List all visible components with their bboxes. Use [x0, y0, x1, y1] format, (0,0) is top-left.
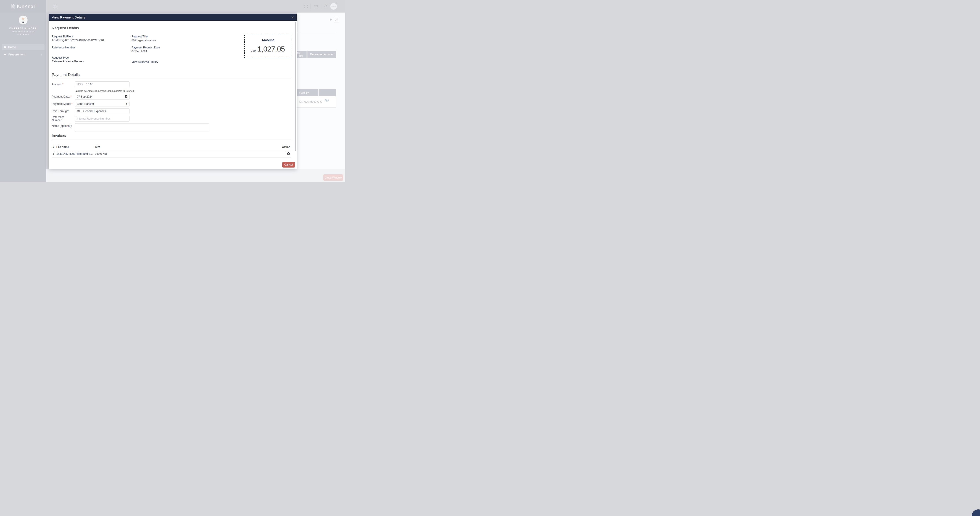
column-size: Size: [94, 144, 278, 150]
brand: lUnKnoT: [0, 0, 46, 13]
paid-through-input[interactable]: [77, 110, 127, 113]
request-type-label: Request Type: [52, 56, 132, 60]
payment-mode-select[interactable]: Bank Transfer ▼: [75, 101, 129, 107]
reference-number-value: [52, 49, 132, 52]
sidebar-item-procurement[interactable]: ❖ Procurement ›: [2, 52, 45, 57]
amount-input[interactable]: [86, 83, 127, 86]
calendar-icon[interactable]: [125, 95, 127, 98]
required-asterisk: *: [72, 102, 73, 105]
column-action: Action: [278, 144, 291, 150]
required-asterisk: *: [70, 95, 72, 98]
avatar-placeholder-text: 100 × 100: [331, 6, 337, 7]
close-icon[interactable]: ✕: [291, 16, 294, 19]
payment-date-field-label: Pyament Date:*: [52, 95, 75, 98]
required-asterisk: *: [62, 83, 64, 86]
invoice-file-link[interactable]: 1ac81487-c008-4bfe-b97f-a...: [56, 152, 93, 156]
cancel-button[interactable]: Cancel: [282, 162, 295, 168]
play-icon[interactable]: [330, 18, 332, 21]
bg-column-grand-total: nd Total: [297, 51, 307, 58]
background-footer-area: [46, 169, 345, 182]
hamburger-menu-icon[interactable]: [53, 5, 57, 8]
modal-header: View Payment Details ✕: [49, 14, 297, 21]
user-profile: DHEERAJ KUNDER PURCHASE MANAGER PURCHASE: [0, 16, 46, 35]
divider: [52, 140, 291, 140]
sidebar-item-label: Procurement: [8, 53, 25, 56]
background-gutter: [46, 13, 49, 169]
modal-body: Request Details Request TitlFile # ASM/R…: [49, 21, 297, 160]
status-dot: [336, 2, 337, 4]
background-toolbar: [330, 17, 339, 22]
modal-footer: Cancel: [49, 160, 297, 169]
modal-title: View Payment Details: [52, 16, 85, 19]
chart-button[interactable]: [334, 17, 339, 22]
user-department: PURCHASE: [0, 33, 46, 35]
payment-request-date-value: 07 Sep 2024: [132, 49, 244, 53]
brand-name: lUnKnoT: [17, 4, 37, 9]
payment-mode-field-label: Payment Mode:*: [52, 102, 75, 105]
avatar-illustration: [21, 17, 25, 23]
view-eye-icon[interactable]: [325, 98, 329, 103]
fullscreen-icon[interactable]: [304, 5, 308, 8]
trend-line-icon: [335, 18, 338, 21]
request-file-value: ASM/REQ/0018-2024/PUR-001/PYMT-001: [52, 38, 132, 42]
amount-field-label: Amount:*: [52, 83, 75, 86]
invoices-heading: Invoices: [52, 133, 291, 138]
sidebar: lUnKnoT DHEERAJ KUNDER PURCHASE MANAGER …: [0, 0, 46, 182]
dropdown-caret-icon: ▼: [126, 103, 127, 105]
column-file-name: File Name: [56, 144, 94, 150]
payment-details-form: Amount:* USD Splitting payments is curre…: [52, 81, 291, 132]
request-details-grid: Request TitlFile # ASM/REQ/0018-2024/PUR…: [52, 35, 291, 67]
divider: [321, 3, 321, 9]
request-details-heading: Request Details: [52, 26, 291, 30]
invoice-index: 1: [52, 150, 56, 158]
invoice-row: 1 1ac81487-c008-4bfe-b97f-a... 140.6 KiB: [52, 150, 291, 158]
bg-table-row: Mr. Roshdeep C K: [297, 96, 336, 108]
download-button[interactable]: [286, 152, 290, 156]
reference-number-input[interactable]: [77, 117, 127, 120]
currency-prefix: USD: [77, 83, 83, 86]
view-approval-history-link[interactable]: View Approval History: [132, 60, 158, 64]
amount-currency: USD: [251, 49, 256, 52]
paid-by-value: Mr. Roshdeep C K: [297, 100, 322, 103]
avatar: [19, 16, 27, 24]
payment-date-input-wrapper: [75, 94, 129, 100]
sidebar-item-home[interactable]: Home: [2, 44, 45, 50]
language-selector[interactable]: EN: [313, 5, 318, 8]
chevron-right-icon: ›: [41, 53, 42, 56]
payment-request-date-label: Payment Request Date: [132, 46, 244, 49]
modal-scrollbar-thumb[interactable]: [295, 22, 296, 151]
amount-summary-box: Amount USD 1,027.05: [244, 35, 291, 58]
view-payment-details-modal: View Payment Details ✕ Request Details R…: [49, 14, 297, 169]
ship-logo-icon: [10, 3, 16, 9]
payment-date-input[interactable]: [77, 95, 127, 98]
bg-column-paid-by: Paid By: [297, 89, 319, 96]
divider: [52, 32, 291, 32]
request-type-value: Retainer Advance Request: [52, 60, 132, 64]
notifications-button[interactable]: ⌄: [324, 5, 328, 8]
reference-number-input-wrapper: [75, 116, 129, 122]
chevron-down-icon: ⌄: [325, 8, 326, 8]
paid-through-field-label: Paid Through:: [52, 110, 75, 113]
user-role: PURCHASE MANAGER: [0, 31, 46, 33]
background-divider: [297, 32, 336, 32]
close-window-button[interactable]: Close Window: [323, 175, 343, 181]
user-avatar-button[interactable]: 100 × 100: [330, 3, 337, 10]
column-index: #: [52, 144, 56, 150]
request-title-label: Request Title: [132, 35, 244, 38]
sidebar-menu: Home ❖ Procurement ›: [0, 44, 46, 57]
request-title-value: 80% against invoice: [132, 38, 244, 42]
split-payment-helper-text: Splitting payments is currently not supp…: [75, 90, 135, 92]
payment-details-heading: Payment Details: [52, 73, 291, 77]
notes-textarea[interactable]: [75, 123, 209, 132]
amount-input-wrapper: USD: [75, 81, 129, 87]
divider: [310, 3, 311, 9]
cloud-download-icon: [286, 152, 290, 155]
topbar-actions: EN ⌄ 100 × 100: [304, 0, 337, 13]
home-dot-icon: [4, 46, 6, 48]
invoice-size: 140.6 KiB: [94, 150, 278, 158]
invoices-table: # File Name Size Action 1 1ac81487-c008-…: [52, 144, 291, 158]
amount-value: 1,027.05: [258, 45, 285, 53]
amount-box-label: Amount: [245, 38, 291, 42]
request-file-label: Request TitlFile #: [52, 35, 132, 38]
sidebar-item-label: Home: [8, 46, 16, 49]
